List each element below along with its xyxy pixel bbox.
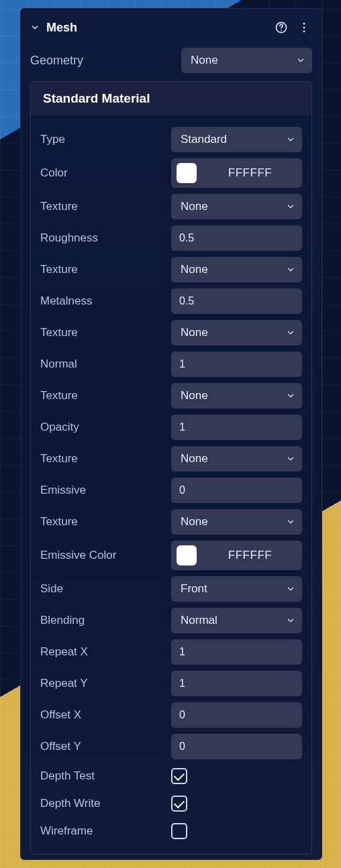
chevron-down-icon [286, 265, 295, 274]
chevron-down-icon [286, 584, 295, 594]
texture4-label: Texture [40, 385, 163, 406]
material-card: Standard Material Type Standard Color FF… [30, 81, 312, 855]
texture2-select[interactable]: None [171, 257, 302, 282]
texture5-label: Texture [40, 448, 163, 470]
emissive-color-label: Emissive Color [40, 545, 163, 566]
svg-point-1 [281, 30, 282, 31]
chevron-down-icon [286, 454, 295, 464]
metalness-label: Metalness [40, 290, 163, 312]
texture4-select[interactable]: None [171, 383, 302, 409]
texture3-select[interactable]: None [171, 320, 302, 345]
chevron-down-icon [286, 391, 295, 400]
inspector-panel: Mesh Geometry None Standard Material Typ… [20, 8, 322, 860]
normal-input[interactable] [171, 351, 302, 377]
offsetx-label: Offset X [40, 704, 163, 726]
wireframe-label: Wireframe [40, 820, 163, 842]
chevron-down-icon [286, 135, 295, 144]
type-select[interactable]: Standard [171, 127, 302, 152]
normal-label: Normal [40, 354, 163, 375]
opacity-label: Opacity [40, 417, 163, 438]
side-label: Side [40, 578, 163, 600]
opacity-input[interactable] [171, 415, 302, 440]
texture4-value: None [181, 389, 208, 402]
type-label: Type [40, 129, 163, 150]
repeaty-input[interactable] [171, 671, 302, 696]
metalness-input[interactable] [171, 288, 302, 314]
side-select[interactable]: Front [171, 576, 302, 602]
texture1-value: None [181, 200, 208, 213]
depthwrite-label: Depth Write [40, 793, 163, 814]
more-vertical-icon[interactable] [296, 19, 312, 36]
geometry-value: None [191, 54, 218, 67]
emissive-color-hex: FFFFFF [205, 549, 295, 562]
blending-select[interactable]: Normal [171, 608, 302, 633]
depthtest-label: Depth Test [40, 765, 163, 787]
color-field[interactable]: FFFFFF [171, 158, 302, 188]
side-value: Front [181, 582, 207, 596]
geometry-label: Geometry [30, 50, 173, 72]
texture5-value: None [181, 452, 208, 466]
material-card-header[interactable]: Standard Material [31, 82, 311, 115]
texture3-value: None [181, 326, 208, 339]
texture6-label: Texture [40, 511, 163, 533]
svg-point-3 [303, 27, 305, 29]
chevron-down-icon [286, 328, 295, 337]
geometry-select[interactable]: None [181, 48, 312, 73]
texture5-select[interactable]: None [171, 446, 302, 472]
mesh-section-header[interactable]: Mesh [30, 18, 312, 41]
section-title: Mesh [46, 21, 266, 35]
help-icon[interactable] [273, 19, 289, 36]
offsety-input[interactable] [171, 734, 302, 759]
chevron-down-icon [286, 616, 295, 625]
texture6-value: None [181, 515, 208, 529]
chevron-down-icon [30, 23, 40, 32]
roughness-label: Roughness [40, 227, 163, 249]
texture2-label: Texture [40, 259, 163, 280]
repeaty-label: Repeat Y [40, 673, 163, 694]
emissive-color-field[interactable]: FFFFFF [171, 541, 302, 570]
geometry-row: Geometry None [30, 48, 312, 73]
chevron-down-icon [286, 202, 295, 211]
offsetx-input[interactable] [171, 702, 302, 728]
svg-point-4 [303, 30, 305, 32]
emissive-color-swatch[interactable] [177, 545, 197, 565]
wireframe-checkbox[interactable] [171, 823, 187, 839]
texture6-select[interactable]: None [171, 509, 302, 535]
emissive-label: Emissive [40, 480, 163, 501]
type-value: Standard [181, 133, 227, 146]
emissive-input[interactable] [171, 478, 302, 503]
blending-label: Blending [40, 610, 163, 631]
blending-value: Normal [181, 614, 217, 627]
svg-point-2 [303, 23, 305, 25]
texture2-value: None [181, 263, 208, 276]
repeatx-input[interactable] [171, 639, 302, 665]
material-card-body: Type Standard Color FFFFFF Texture None … [31, 115, 311, 854]
chevron-down-icon [296, 56, 305, 65]
color-hex: FFFFFF [205, 166, 295, 180]
depthtest-checkbox[interactable] [171, 768, 187, 784]
repeatx-label: Repeat X [40, 641, 163, 663]
texture3-label: Texture [40, 322, 163, 343]
roughness-input[interactable] [171, 225, 302, 251]
color-swatch[interactable] [177, 163, 197, 183]
depthwrite-checkbox[interactable] [171, 796, 187, 812]
texture1-select[interactable]: None [171, 194, 302, 219]
chevron-down-icon [286, 517, 295, 527]
texture1-label: Texture [40, 196, 163, 217]
offsety-label: Offset Y [40, 736, 163, 757]
color-label: Color [40, 162, 163, 184]
